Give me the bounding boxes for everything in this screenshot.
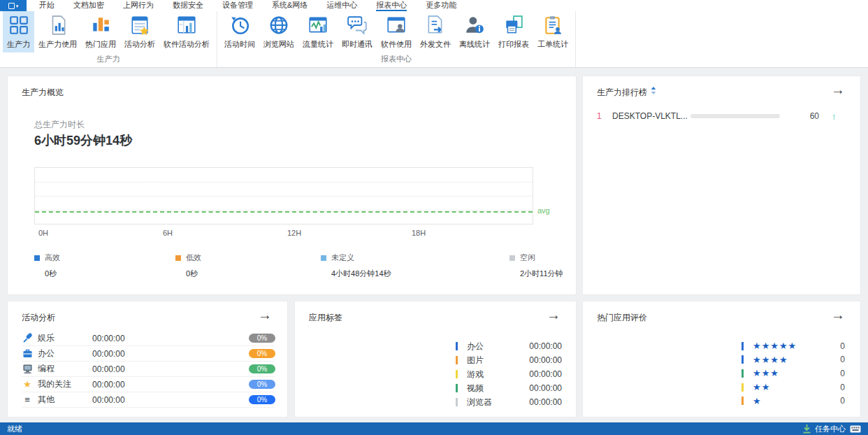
- menu-tab-system-network[interactable]: 系统&网络: [272, 0, 308, 11]
- tag-label: 浏览器: [467, 397, 529, 408]
- ribbon-button-instant-message[interactable]: 即时通讯: [338, 11, 377, 52]
- rating-count: 0: [840, 355, 845, 364]
- rating-row-1-star[interactable]: ★ 0: [742, 394, 845, 408]
- sort-icon[interactable]: [651, 87, 656, 97]
- ribbon-button-productivity[interactable]: 生产力: [3, 11, 34, 52]
- panel-title: 应用标签: [309, 312, 342, 324]
- ribbon-button-outgoing-files[interactable]: 外发文件: [416, 11, 455, 52]
- tag-time: 00:00:00: [529, 369, 562, 379]
- star-rating: ★★★★: [753, 353, 840, 366]
- tag-color-bar: [456, 398, 458, 406]
- rating-row-5-stars[interactable]: ★★★★★ 0: [742, 339, 845, 353]
- menu-tab-web-behavior[interactable]: 上网行为: [123, 0, 154, 11]
- star-rating: ★: [753, 394, 840, 408]
- legend-item-efficient: 高效 0秒: [34, 252, 60, 279]
- app-window-icon: [8, 3, 15, 9]
- activity-row-other[interactable]: ≡ 其他 00:00:00 0%: [22, 392, 275, 408]
- ribbon-button-label: 浏览网站: [263, 39, 294, 50]
- open-app-tags-arrow-icon[interactable]: →: [547, 307, 560, 322]
- chart-average-line: [35, 211, 533, 213]
- tag-label: 视频: [467, 383, 529, 394]
- activity-row-my-focus[interactable]: ★ 我的关注 00:00:00 0%: [22, 377, 275, 392]
- menu-lines-icon: ≡: [22, 394, 33, 406]
- app-tag-row-video[interactable]: 视频 00:00:00: [456, 381, 562, 395]
- download-task-icon[interactable]: [803, 425, 811, 434]
- app-menu-button[interactable]: ▾: [0, 0, 27, 11]
- menu-tab-more-features[interactable]: 更多功能: [426, 0, 456, 11]
- activity-row-programming[interactable]: 编程 00:00:00 0%: [22, 362, 275, 377]
- menu-tab-device-mgmt[interactable]: 设备管理: [222, 0, 253, 11]
- open-ranking-arrow-icon[interactable]: →: [831, 82, 845, 97]
- ribbon-button-label: 软件使用: [381, 39, 412, 50]
- ribbon-button-print-report[interactable]: 打印报表: [494, 11, 533, 52]
- tag-color-bar: [456, 370, 458, 378]
- rating-color-bar: [742, 397, 744, 405]
- activity-row-entertainment[interactable]: 娱乐 00:00:00 0%: [22, 331, 275, 346]
- panel-title-text: 生产力排行榜: [597, 87, 647, 97]
- menu-tab-start[interactable]: 开始: [39, 0, 55, 11]
- legend-item-inefficient: 低效 0秒: [175, 252, 201, 279]
- rating-color-bar: [742, 342, 744, 350]
- rating-count: 0: [840, 383, 845, 392]
- ribbon-button-label: 打印报表: [498, 39, 529, 50]
- traffic-stats-icon: [308, 15, 328, 36]
- ribbon-button-offline-stats[interactable]: 离线统计: [455, 11, 494, 52]
- chart-average-label: avg: [537, 206, 550, 215]
- activity-row-office[interactable]: 办公 00:00:00 0%: [22, 346, 275, 362]
- menu-tab-doc-encrypt[interactable]: 文档加密: [73, 0, 104, 11]
- open-ratings-arrow-icon[interactable]: →: [831, 307, 845, 322]
- app-tag-row-browser[interactable]: 浏览器 00:00:00: [456, 395, 562, 409]
- ribbon-button-activity-analysis[interactable]: 活动分析: [120, 11, 159, 52]
- app-tag-row-pictures[interactable]: 图片 00:00:00: [456, 353, 562, 367]
- productivity-usage-icon: [48, 15, 68, 36]
- panel-title: 热门应用评价: [597, 312, 647, 324]
- ribbon-group-label: 报表中心: [220, 52, 572, 67]
- hot-apps-icon: [90, 15, 111, 36]
- ribbon-button-hot-apps[interactable]: 热门应用: [81, 11, 120, 52]
- menu-tab-data-security[interactable]: 数据安全: [173, 0, 203, 11]
- legend-swatch: [175, 255, 181, 261]
- ribbon-group-label: 生产力: [3, 52, 214, 67]
- total-productivity-label: 总生产力时长: [34, 119, 85, 131]
- activity-time: 00:00:00: [92, 364, 249, 374]
- menu-bar: ▾ 开始 文档加密 上网行为 数据安全 设备管理 系统&网络 运维中心 报表中心…: [0, 0, 868, 11]
- x-tick: 12H: [287, 229, 301, 237]
- panel-title: 活动分析: [22, 312, 55, 324]
- activity-time: 00:00:00: [92, 380, 249, 390]
- status-text: 就绪: [7, 424, 22, 434]
- task-center-button[interactable]: 任务中心: [815, 424, 846, 434]
- ribbon-button-activity-time[interactable]: 活动时间: [220, 11, 259, 52]
- ribbon-button-ticket-stats[interactable]: 工单统计: [533, 11, 572, 52]
- chart-legend: 高效 0秒 低效 0秒 未定义 4小时48分钟14秒 空闲 2小时11分钟: [8, 252, 576, 286]
- menu-tab-ops-center[interactable]: 运维中心: [326, 0, 357, 11]
- ribbon-button-label: 活动时间: [224, 39, 255, 50]
- activity-label: 我的关注: [38, 378, 92, 390]
- activity-analysis-icon: [129, 15, 150, 36]
- ranking-row[interactable]: 1 DESKTOP-VLKTL... 60 ↑: [597, 108, 848, 124]
- ribbon-button-browse-web[interactable]: 浏览网站: [259, 11, 298, 52]
- productivity-time-chart: [34, 167, 533, 224]
- open-activity-arrow-icon[interactable]: →: [258, 307, 272, 322]
- ribbon-button-software-usage[interactable]: 软件使用: [377, 11, 416, 52]
- ribbon-button-productivity-usage[interactable]: 生产力使用: [34, 11, 81, 52]
- app-tag-row-office[interactable]: 办公 00:00:00: [456, 339, 562, 353]
- productivity-overview-panel: 生产力概览 总生产力时长 6小时59分钟14秒 avg 0H 6H 12H 18…: [7, 76, 577, 295]
- activity-percent-badge: 0%: [249, 334, 275, 343]
- ribbon-button-traffic-stats[interactable]: 流量统计: [298, 11, 338, 52]
- ribbon-button-software-activity[interactable]: 软件活动分析: [159, 11, 214, 52]
- rating-row-3-stars[interactable]: ★★★ 0: [742, 366, 845, 380]
- chart-gridline: [35, 182, 533, 183]
- ribbon-button-label: 生产力: [7, 39, 30, 50]
- ribbon-button-label: 生产力使用: [38, 39, 77, 50]
- activity-label: 其他: [38, 394, 92, 406]
- rating-row-2-stars[interactable]: ★★ 0: [742, 380, 845, 394]
- tag-color-bar: [456, 384, 458, 392]
- keyboard-icon[interactable]: [850, 425, 861, 433]
- legend-item-idle: 空闲 2小时11分钟: [509, 252, 563, 279]
- rating-row-4-stars[interactable]: ★★★★ 0: [742, 353, 845, 367]
- menu-tab-report-center[interactable]: 报表中心: [376, 0, 407, 11]
- ribbon-group-report-center: 活动时间 浏览网站 流量统计 即时通讯 软件使用: [217, 11, 576, 67]
- tag-color-bar: [456, 342, 458, 350]
- app-tag-row-games[interactable]: 游戏 00:00:00: [456, 367, 562, 381]
- instant-message-icon: [347, 15, 368, 36]
